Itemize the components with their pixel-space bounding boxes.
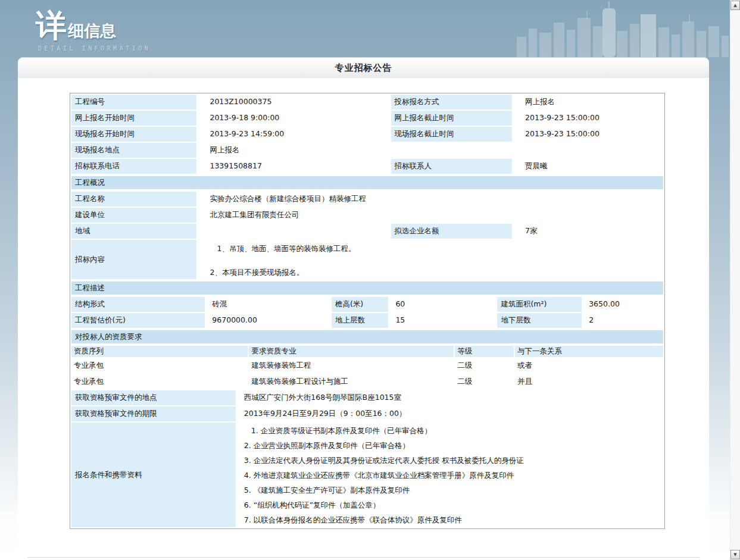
- table-header-row: 资质序列 要求资质专业 等级 与下一条关系: [71, 346, 663, 357]
- page-title: 专业招标公告: [335, 62, 392, 74]
- scroll-down-icon: ▼: [733, 552, 736, 557]
- field-label: 网上报名截止时间: [391, 111, 513, 126]
- field-value: 7家: [513, 224, 663, 239]
- column-header: 要求资质专业: [249, 346, 454, 357]
- field-label: 结构形式: [71, 297, 205, 312]
- table-cell: 或者: [515, 358, 663, 373]
- field-value: 2013年9月24日至9月29日（9：00至16：00）: [237, 406, 663, 421]
- table-row: 招标联系电话 13391508817 招标联系人 贾晨曦: [71, 159, 663, 174]
- table-row: 工程名称 实验办公综合楼（新建综合楼项目）精装修工程: [71, 192, 663, 207]
- basic-info-table: 工程编号 2013Z10000375 投标报名方式 网上报名 网上报名开始时间 …: [70, 93, 664, 175]
- field-label: 建筑面积(m²): [497, 297, 582, 312]
- field-value: [198, 224, 389, 239]
- field-value: 3650.00: [583, 297, 663, 312]
- field-value: 贾晨曦: [513, 159, 663, 174]
- table-cell: 二级: [455, 358, 514, 373]
- table-row: 获取资格预审文件的期限 2013年9月24日至9月29日（9：00至16：00）: [71, 406, 663, 421]
- scroll-up-icon: ▲: [733, 3, 736, 8]
- banner-subtitle: DETAIL INFORMATION: [38, 45, 151, 52]
- field-label: 网上报名开始时间: [71, 111, 196, 126]
- table-row: 专业承包 建筑装修装饰工程 二级 或者: [71, 358, 663, 373]
- table-row: 结构形式 砖混 檐高(米) 60 建筑面积(m²) 3650.00: [71, 297, 663, 312]
- scroll-up-button[interactable]: ▲: [730, 1, 740, 10]
- field-value: 2013-9-18 9:00:00: [198, 111, 389, 126]
- field-value: 13391508817: [198, 159, 389, 174]
- field-label: 工程编号: [71, 95, 196, 110]
- field-value: 9670000.00: [206, 313, 330, 328]
- table-cell: 二级: [455, 374, 514, 389]
- table-cell: 建筑装饰装修工程设计与施工: [249, 374, 454, 389]
- section-header-qualification: 对投标人的资质要求: [71, 330, 663, 343]
- field-value: 北京建工集团有限责任公司: [198, 208, 663, 223]
- field-label: 建设单位: [71, 208, 196, 223]
- field-label: 招标联系人: [391, 159, 513, 174]
- detail-table-frame: 工程编号 2013Z10000375 投标报名方式 网上报名 网上报名开始时间 …: [70, 93, 665, 529]
- field-label: 现场报名截止时间: [391, 127, 513, 142]
- field-label: 报名条件和携带资料: [71, 423, 236, 527]
- announcement-detail: 工程编号 2013Z10000375 投标报名方式 网上报名 网上报名开始时间 …: [70, 93, 665, 529]
- field-label: 投标报名方式: [391, 95, 513, 110]
- prequalification-table: 获取资格预审文件的地点 西城区广安门外大街168号朗琴国际B座1015室 获取资…: [70, 389, 664, 528]
- field-label: 招标内容: [71, 240, 196, 279]
- condition-item: 1. 企业资质等级证书副本原件及复印件（已年审合格）: [244, 423, 660, 438]
- table-row: 现场报名开始时间 2013-9-23 14:59:00 现场报名截止时间 201…: [71, 127, 663, 142]
- field-label: 招标联系电话: [71, 159, 196, 174]
- field-value: 网上报名: [513, 95, 663, 110]
- section-header-overview: 工程概况: [71, 176, 663, 189]
- bid-content-line: 1、吊顶、地面、墙面等的装饰装修工程。: [210, 244, 660, 254]
- panel-bottom-divider: [27, 557, 700, 558]
- field-label: 地域: [71, 224, 196, 239]
- field-value: 网上报名: [198, 143, 389, 158]
- field-label: 现场报名开始时间: [71, 127, 196, 142]
- field-value: 15: [389, 313, 496, 328]
- table-cell: 建筑装修装饰工程: [249, 358, 454, 373]
- field-value: 2013-9-23 15:00:00: [513, 127, 663, 142]
- table-row: 工程编号 2013Z10000375 投标报名方式 网上报名: [71, 95, 663, 110]
- table-row: 地域 拟选企业名额 7家: [71, 224, 663, 239]
- field-label: 工程名称: [71, 192, 196, 207]
- table-row: 网上报名开始时间 2013-9-18 9:00:00 网上报名截止时间 2013…: [71, 111, 663, 126]
- field-value: 2013-9-23 15:00:00: [513, 111, 663, 126]
- table-row: 获取资格预审文件的地点 西城区广安门外大街168号朗琴国际B座1015室: [71, 390, 663, 405]
- scroll-down-button[interactable]: ▼: [730, 550, 740, 559]
- qualification-table: 资质序列 要求资质专业 等级 与下一条关系 专业承包 建筑装修装饰工程 二级 或…: [70, 345, 664, 390]
- condition-item: 6. “组织机构代码证”复印件（加盖公章）: [244, 498, 660, 512]
- table-row: 专业承包 建筑装饰装修工程设计与施工 二级 并且: [71, 374, 663, 389]
- panel-titlebar: 专业招标公告: [18, 57, 709, 78]
- field-label-empty: [391, 143, 513, 158]
- field-value: 60: [389, 297, 496, 312]
- field-value: 实验办公综合楼（新建综合楼项目）精装修工程: [198, 192, 663, 207]
- field-value: 2: [583, 313, 663, 328]
- condition-item: 4. 外地进京建筑业企业还应携带《北京市建筑业企业档案管理手册》原件及复印件: [244, 468, 660, 483]
- table-row: 招标内容 1、吊顶、地面、墙面等的装饰装修工程。 2、本项目不接受现场报名。: [71, 240, 663, 279]
- table-cell: 专业承包: [71, 358, 248, 373]
- page-banner: 详 细信息 DETAIL INFORMATION: [0, 0, 730, 57]
- condition-item: 7. 以联合体身份报名的企业还应携带《联合体协议》原件及复印件: [244, 512, 660, 527]
- overview-table: 工程名称 实验办公综合楼（新建综合楼项目）精装修工程 建设单位 北京建工集团有限…: [70, 190, 664, 280]
- field-label: 获取资格预审文件的期限: [71, 406, 236, 421]
- condition-item: 2. 企业营业执照副本原件及复印件（已年审合格）: [244, 438, 660, 453]
- vertical-scrollbar[interactable]: ▲ ▼: [730, 0, 740, 560]
- bid-content-line: 2、本项目不接受现场报名。: [210, 268, 660, 277]
- field-value-empty: [513, 143, 663, 158]
- field-value: 2013Z10000375: [198, 95, 389, 110]
- field-label: 现场报名地点: [71, 143, 196, 158]
- section-header-description: 工程描述: [71, 281, 663, 295]
- field-label: 地下层数: [497, 313, 582, 328]
- field-value: 1、吊顶、地面、墙面等的装饰装修工程。 2、本项目不接受现场报名。: [198, 240, 663, 279]
- column-header: 与下一条关系: [515, 346, 663, 357]
- field-label: 工程暂估价(元): [71, 313, 205, 328]
- field-value: 2013-9-23 14:59:00: [198, 127, 389, 142]
- condition-item: 5. 《建筑施工安全生产许可证》副本原件及复印件: [244, 483, 660, 498]
- field-value: 1. 企业资质等级证书副本原件及复印件（已年审合格） 2. 企业营业执照副本原件…: [237, 423, 663, 527]
- condition-item: 3. 企业法定代表人身份证明及其身份证或法定代表人委托授 权书及被委托人的身份证: [244, 453, 660, 468]
- field-label: 地上层数: [332, 313, 388, 328]
- field-label: 拟选企业名额: [391, 224, 513, 239]
- field-label: 檐高(米): [332, 297, 388, 312]
- table-row: 工程暂估价(元) 9670000.00 地上层数 15 地下层数 2: [71, 313, 663, 328]
- table-row: 现场报名地点 网上报名: [71, 143, 663, 158]
- city-skyline-graphic: [516, 0, 730, 57]
- column-header: 等级: [455, 346, 514, 357]
- field-value: 砖混: [206, 297, 330, 312]
- banner-title-big-char: 详: [36, 8, 67, 43]
